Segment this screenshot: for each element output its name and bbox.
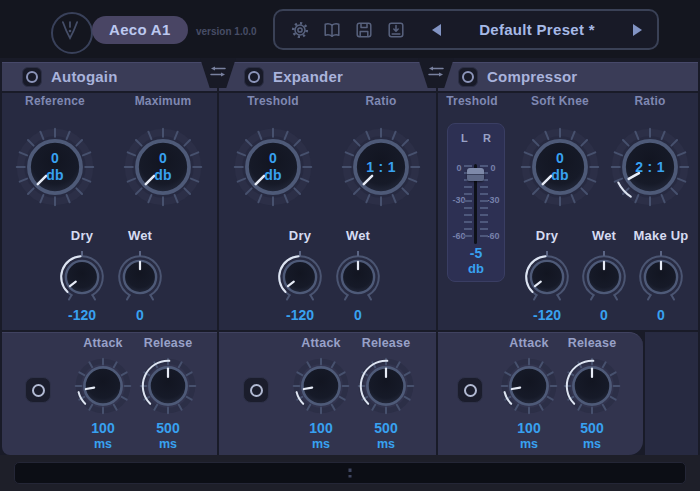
previous-preset-button[interactable] [432, 24, 441, 36]
param-value: 0 [556, 150, 564, 167]
compressor-wet-knob[interactable] [578, 251, 630, 303]
expander-dry-param: Dry -120 [272, 228, 328, 323]
param-unit: ms [159, 437, 177, 451]
expander-wet-param: Wet 0 [330, 228, 386, 323]
manual-icon[interactable] [322, 20, 342, 40]
expander-ratio-knob[interactable]: 1 : 1 [339, 125, 423, 209]
param-value: 0 [159, 150, 167, 167]
expander-ratio-param: Ratio 1 : 1 [339, 94, 423, 209]
param-unit: ms [583, 437, 601, 451]
param-value: 0 [269, 150, 277, 167]
meter-channel-right: R [483, 132, 491, 144]
drag-handle-icon[interactable] [349, 469, 352, 478]
threshold-unit: db [448, 261, 504, 276]
param-label: Attack [83, 336, 122, 350]
autogain-title: Autogain [51, 68, 118, 85]
param-value: 2 : 1 [635, 159, 665, 176]
swap-arrows-icon [427, 65, 445, 78]
expander-wet-knob[interactable] [332, 251, 384, 303]
power-ring-icon [26, 71, 38, 83]
expander-power-toggle[interactable] [244, 67, 264, 87]
compressor-header: Compressor [458, 62, 577, 91]
swap-arrows-icon [209, 65, 227, 78]
compressor-makeup-knob[interactable] [635, 251, 687, 303]
expander-attack-knob[interactable] [291, 356, 351, 416]
param-value: 500 [580, 420, 603, 436]
save-as-icon[interactable] [386, 20, 406, 40]
compressor-threshold-meter: L R 0 -30 -60 0 -30 -60 -5 db [447, 123, 505, 282]
param-label: Ratio [366, 94, 397, 108]
save-preset-icon[interactable] [354, 20, 374, 40]
autogain-wet-param: Wet 0 [112, 228, 168, 323]
autogain-maximum-param: Maximum 0db [121, 94, 205, 209]
autogain-dry-knob[interactable] [56, 251, 108, 303]
param-label: Wet [128, 228, 152, 243]
param-value: 1 : 1 [366, 159, 396, 176]
brand-logo-icon [51, 12, 93, 54]
param-value: 100 [91, 420, 114, 436]
param-value: 500 [156, 420, 179, 436]
settings-icon[interactable] [290, 20, 310, 40]
param-label: Soft Knee [531, 94, 589, 108]
expander-threshold-param: Treshold 0db [231, 94, 315, 209]
param-label: Dry [71, 228, 93, 243]
compressor-power-toggle[interactable] [458, 67, 478, 87]
next-preset-button[interactable] [633, 24, 642, 36]
autogain-release-knob[interactable] [138, 356, 198, 416]
param-value: 0 [657, 307, 665, 323]
expander-release-param: Release 500 ms [356, 336, 416, 451]
autogain-attack-param: Attack 100 ms [73, 336, 133, 451]
compressor-release-knob[interactable] [562, 356, 622, 416]
autogain-attack-knob[interactable] [73, 356, 133, 416]
compressor-softknee-param: Soft Knee 0db [518, 94, 602, 209]
compressor-dry-knob[interactable] [521, 251, 573, 303]
param-unit: ms [94, 437, 112, 451]
compressor-attack-param: Attack 100 ms [499, 336, 559, 451]
param-unit: db [551, 167, 569, 184]
param-unit: ms [520, 437, 538, 451]
compressor-ratio-knob[interactable]: 2 : 1 [608, 125, 692, 209]
meter-channel-left: L [461, 132, 468, 144]
preset-name[interactable]: Default Preset * [441, 21, 633, 38]
param-unit: db [46, 167, 64, 184]
compressor-threshold-label: Treshold [430, 94, 514, 108]
plugin-window: Aeco A1 version 1.0.0 Default Preset * [0, 0, 700, 491]
plugin-title-badge: Aeco A1 [92, 16, 188, 44]
compressor-release-param: Release 500 ms [562, 336, 622, 451]
param-label: Dry [536, 228, 558, 243]
autogain-envelope-toggle[interactable] [25, 377, 51, 403]
param-label: Treshold [247, 94, 299, 108]
param-label: Wet [592, 228, 616, 243]
threshold-slider-handle[interactable] [467, 168, 484, 181]
param-label: Dry [289, 228, 311, 243]
autogain-wet-knob[interactable] [114, 251, 166, 303]
autogain-release-param: Release 500 ms [138, 336, 198, 451]
status-bar [14, 462, 686, 484]
param-value: 0 [354, 307, 362, 323]
param-label: Attack [301, 336, 340, 350]
expander-threshold-knob[interactable]: 0db [231, 125, 315, 209]
param-value: 100 [309, 420, 332, 436]
expander-release-knob[interactable] [356, 356, 416, 416]
expander-envelope-toggle[interactable] [243, 377, 269, 403]
compressor-panel-extension [645, 332, 698, 455]
compressor-softknee-knob[interactable]: 0db [518, 125, 602, 209]
param-value: 500 [374, 420, 397, 436]
param-label: Wet [346, 228, 370, 243]
power-ring-icon [462, 71, 474, 83]
param-label: Make Up [634, 228, 689, 243]
param-unit: db [264, 167, 282, 184]
autogain-power-toggle[interactable] [22, 67, 42, 87]
compressor-attack-knob[interactable] [499, 356, 559, 416]
compressor-wet-param: Wet 0 [576, 228, 632, 323]
param-unit: ms [377, 437, 395, 451]
param-label: Reference [25, 94, 85, 108]
autogain-reference-knob[interactable]: 0db [13, 125, 97, 209]
autogain-header: Autogain [22, 62, 118, 91]
autogain-maximum-knob[interactable]: 0db [121, 125, 205, 209]
compressor-ratio-param: Ratio 2 : 1 [608, 94, 692, 209]
compressor-envelope-toggle[interactable] [457, 377, 483, 403]
param-value: 0 [600, 307, 608, 323]
plugin-title: Aeco A1 [109, 21, 171, 38]
expander-dry-knob[interactable] [274, 251, 326, 303]
